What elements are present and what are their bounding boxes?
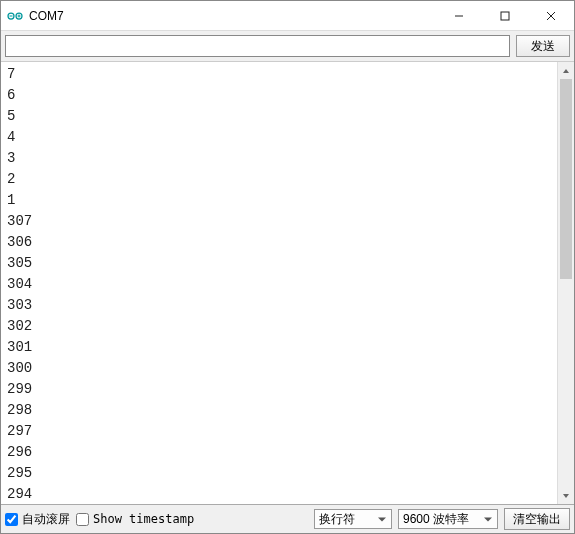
console-wrap: 7 6 5 4 3 2 1 307 306 305 304 303 302 30… xyxy=(1,62,574,505)
scroll-down-button[interactable] xyxy=(558,487,574,504)
send-button[interactable]: 发送 xyxy=(516,35,570,57)
autoscroll-input[interactable] xyxy=(5,513,18,526)
input-bar: 发送 xyxy=(1,31,574,62)
minimize-button[interactable] xyxy=(436,1,482,31)
autoscroll-checkbox[interactable]: 自动滚屏 xyxy=(5,511,70,528)
baud-value: 9600 波特率 xyxy=(403,511,469,528)
maximize-button[interactable] xyxy=(482,1,528,31)
titlebar: COM7 xyxy=(1,1,574,31)
svg-marker-10 xyxy=(563,494,569,498)
console-output: 7 6 5 4 3 2 1 307 306 305 304 303 302 30… xyxy=(1,62,557,504)
scroll-up-button[interactable] xyxy=(558,62,574,79)
vertical-scrollbar[interactable] xyxy=(557,62,574,504)
send-input[interactable] xyxy=(5,35,510,57)
timestamp-label: Show timestamp xyxy=(93,512,194,526)
svg-rect-6 xyxy=(501,12,509,20)
line-ending-select[interactable]: 换行符 xyxy=(314,509,392,529)
window-title: COM7 xyxy=(29,9,436,23)
timestamp-checkbox[interactable]: Show timestamp xyxy=(76,512,194,526)
status-bar: 自动滚屏 Show timestamp 换行符 9600 波特率 清空输出 xyxy=(1,505,574,533)
timestamp-input[interactable] xyxy=(76,513,89,526)
clear-output-button[interactable]: 清空输出 xyxy=(504,508,570,530)
scroll-track[interactable] xyxy=(558,79,574,487)
arduino-icon xyxy=(7,8,23,24)
close-button[interactable] xyxy=(528,1,574,31)
baud-select[interactable]: 9600 波特率 xyxy=(398,509,498,529)
line-ending-value: 换行符 xyxy=(319,511,355,528)
svg-marker-9 xyxy=(563,69,569,73)
autoscroll-label: 自动滚屏 xyxy=(22,511,70,528)
scroll-thumb[interactable] xyxy=(560,79,572,279)
